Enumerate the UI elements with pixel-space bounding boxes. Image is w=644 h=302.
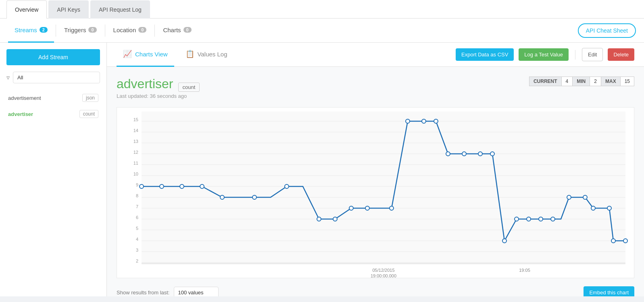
stream-item-advertisement[interactable]: advertisement json xyxy=(6,90,100,106)
nav-triggers-label: Triggers xyxy=(64,27,86,33)
tab-api-request-log[interactable]: API Request Log xyxy=(90,0,150,19)
nav-triggers-badge: 0 xyxy=(88,27,96,33)
svg-text:5: 5 xyxy=(136,226,138,231)
svg-point-43 xyxy=(434,119,438,123)
svg-point-56 xyxy=(607,206,611,210)
delete-button[interactable]: Delete xyxy=(608,48,634,61)
chart-area: advertiser count CURRENT 4 MIN 2 MAX 15 xyxy=(107,67,644,296)
svg-point-45 xyxy=(462,152,466,156)
nav-triggers[interactable]: Triggers 0 xyxy=(58,19,103,43)
tab-overview[interactable]: Overview xyxy=(6,0,47,19)
chart-title: advertiser xyxy=(117,77,173,91)
results-select[interactable]: 100 values 200 values 500 values 1000 va… xyxy=(174,287,219,296)
svg-point-40 xyxy=(390,206,394,210)
svg-point-38 xyxy=(349,206,353,210)
chart-tag: count xyxy=(178,83,200,92)
svg-point-37 xyxy=(333,217,337,221)
top-tab-bar: Overview API Keys API Request Log xyxy=(0,0,644,19)
svg-point-58 xyxy=(623,239,627,243)
log-test-value-button[interactable]: Log a Test Value xyxy=(519,48,569,61)
stat-min-label: MIN xyxy=(573,77,590,86)
svg-point-46 xyxy=(478,152,482,156)
toolbar-divider xyxy=(575,50,575,60)
stream-item-advertiser[interactable]: advertiser count xyxy=(6,106,100,122)
svg-text:4: 4 xyxy=(136,237,138,242)
nav-charts[interactable]: Charts 0 xyxy=(156,19,198,43)
sidebar: Add Stream ▿ All advertisement json adve… xyxy=(0,43,107,296)
svg-point-42 xyxy=(422,119,426,123)
svg-text:3: 3 xyxy=(136,248,138,252)
nav-streams-label: Streams xyxy=(15,27,37,33)
charts-view-icon: 📈 xyxy=(123,50,132,58)
svg-point-36 xyxy=(317,217,321,221)
svg-text:11: 11 xyxy=(133,161,138,165)
stat-current: CURRENT 4 xyxy=(529,77,572,86)
nav-charts-label: Charts xyxy=(163,27,181,33)
svg-point-50 xyxy=(527,217,531,221)
tab-api-keys[interactable]: API Keys xyxy=(48,0,89,19)
stream-list: advertisement json advertiser count xyxy=(6,90,100,122)
nav-location[interactable]: Location 0 xyxy=(107,19,153,43)
stats-pills: CURRENT 4 MIN 2 MAX 15 xyxy=(529,77,634,86)
content-header: 📈 Charts View 📋 Values Log Export Data a… xyxy=(107,43,644,67)
main-layout: Add Stream ▿ All advertisement json adve… xyxy=(0,43,644,296)
nav-divider-1 xyxy=(56,25,56,37)
svg-point-32 xyxy=(200,184,204,188)
api-cheat-sheet-button[interactable]: API Cheat Sheet xyxy=(578,23,636,38)
nav-charts-badge: 0 xyxy=(183,27,192,33)
svg-text:10: 10 xyxy=(133,172,138,176)
svg-point-35 xyxy=(285,184,289,188)
embed-chart-button[interactable]: Embed this chart xyxy=(584,286,634,296)
values-log-label: Values Log xyxy=(198,51,227,58)
stream-item-advertisement-tag: json xyxy=(82,94,98,102)
stat-max-label: MAX xyxy=(601,77,621,86)
svg-text:14: 14 xyxy=(133,128,138,133)
svg-point-30 xyxy=(160,184,164,188)
svg-text:2: 2 xyxy=(136,259,138,263)
charts-view-label: Charts View xyxy=(135,51,168,58)
svg-text:05/12/2015: 05/12/2015 xyxy=(372,268,394,273)
values-log-icon: 📋 xyxy=(185,50,194,58)
nav-divider-2 xyxy=(105,25,105,37)
stat-max: MAX 15 xyxy=(601,77,634,86)
svg-text:19:00:00.000: 19:00:00.000 xyxy=(371,273,396,278)
svg-point-29 xyxy=(140,184,144,188)
svg-text:15: 15 xyxy=(133,117,138,122)
chart-footer: Show results from last: 100 values 200 v… xyxy=(117,286,634,296)
svg-point-48 xyxy=(502,239,506,243)
nav-bar: Streams 2 Triggers 0 Location 0 Charts 0… xyxy=(0,19,644,43)
nav-location-label: Location xyxy=(113,27,136,33)
edit-button[interactable]: Edit xyxy=(582,48,603,61)
svg-point-52 xyxy=(551,217,555,221)
svg-point-55 xyxy=(591,206,595,210)
svg-point-49 xyxy=(515,217,519,221)
svg-point-57 xyxy=(611,239,615,243)
svg-point-34 xyxy=(252,195,256,199)
svg-text:12: 12 xyxy=(133,150,138,155)
stream-item-advertisement-name: advertisement xyxy=(8,95,41,101)
chart-svg: 2 3 4 5 6 7 8 9 10 11 12 13 14 15 xyxy=(137,112,630,273)
tab-charts-view[interactable]: 📈 Charts View xyxy=(117,43,174,67)
stat-min: MIN 2 xyxy=(572,77,601,86)
tab-values-log[interactable]: 📋 Values Log xyxy=(179,43,234,67)
add-stream-button[interactable]: Add Stream xyxy=(6,49,100,65)
chart-title-row: advertiser count CURRENT 4 MIN 2 MAX 15 xyxy=(117,77,634,91)
content-area: 📈 Charts View 📋 Values Log Export Data a… xyxy=(107,43,644,296)
chart-container: 2 3 4 5 6 7 8 9 10 11 12 13 14 15 xyxy=(117,107,634,278)
svg-text:13: 13 xyxy=(133,139,138,144)
svg-point-41 xyxy=(406,119,410,123)
stat-max-value: 15 xyxy=(621,77,634,86)
stat-current-label: CURRENT xyxy=(529,77,562,86)
svg-point-31 xyxy=(180,184,184,188)
svg-point-51 xyxy=(539,217,543,221)
svg-point-33 xyxy=(220,195,224,199)
nav-streams[interactable]: Streams 2 xyxy=(8,19,54,43)
svg-point-53 xyxy=(567,195,571,199)
svg-point-39 xyxy=(365,206,369,210)
filter-select[interactable]: All xyxy=(13,72,100,83)
title-tag-row: advertiser count xyxy=(117,77,200,91)
svg-text:19:05: 19:05 xyxy=(519,268,530,273)
export-csv-button[interactable]: Export Data as CSV xyxy=(456,48,514,61)
stat-current-value: 4 xyxy=(562,77,573,86)
show-results-label: Show results from last: xyxy=(117,290,170,296)
